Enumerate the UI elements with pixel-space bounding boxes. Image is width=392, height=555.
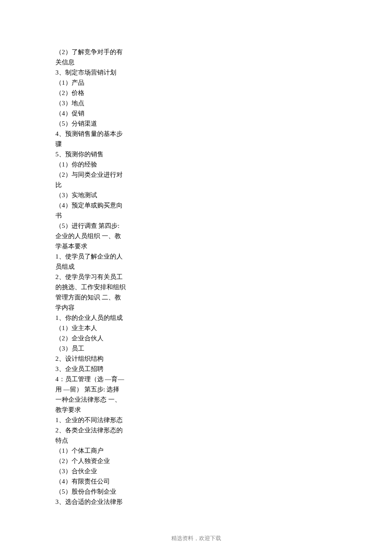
text-line: 3、选合适的企业法律形 <box>55 497 141 507</box>
text-line: （2）企业合伙人 <box>55 333 141 343</box>
text-line: 学基本要求 <box>55 241 141 251</box>
text-line: 4：员工管理（选 —育— <box>55 374 141 384</box>
document-page: （2）了解竞争对手的有关信息3、制定市场营销计划（1）产品（2）价格（3）地点（… <box>0 0 392 555</box>
text-line: （3）合伙企业 <box>55 466 141 476</box>
text-line: （4）促销 <box>55 108 141 118</box>
text-line: （4）预定单或购买意向 <box>55 200 141 210</box>
text-line: 1、使学员了解企业的人 <box>55 251 141 262</box>
text-line: 教学要求 <box>55 405 141 415</box>
text-line: （2）了解竞争对手的有 <box>55 47 141 57</box>
text-line: 企业的人员组织 一、教 <box>55 231 141 241</box>
text-line: （2）个人独资企业 <box>55 456 141 466</box>
text-line: 特点 <box>55 435 141 446</box>
text-line: 2、使学员学习有关员工 <box>55 272 141 282</box>
text-line: 一种企业法律形态 一、 <box>55 394 141 405</box>
document-content: （2）了解竞争对手的有关信息3、制定市场营销计划（1）产品（2）价格（3）地点（… <box>55 47 141 507</box>
text-line: 骤 <box>55 139 141 149</box>
text-line: （3）地点 <box>55 98 141 108</box>
text-line: （1）个体工商户 <box>55 446 141 456</box>
text-line: 3、企业员工招聘 <box>55 364 141 374</box>
text-line: 关信息 <box>55 57 141 67</box>
text-line: 的挑选、工作安排和组织 <box>55 282 141 292</box>
text-line: （5）股份合作制企业 <box>55 486 141 497</box>
text-line: 5、预测你的销售 <box>55 149 141 159</box>
text-line: （5）进行调查 第四步: <box>55 221 141 231</box>
text-line: 管理方面的知识 二、教 <box>55 292 141 302</box>
text-line: 书 <box>55 210 141 221</box>
text-line: 比 <box>55 180 141 190</box>
text-line: （2）价格 <box>55 88 141 98</box>
text-line: 3、制定市场营销计划 <box>55 67 141 78</box>
text-line: 4、预测销售量的基本步 <box>55 129 141 139</box>
text-line: 员组成 <box>55 262 141 272</box>
text-line: 用 —留） 第五步: 选择 <box>55 384 141 394</box>
text-line: 1、企业的不同法律形态 <box>55 415 141 425</box>
document-footer: 精选资料，欢迎下载 <box>0 535 392 542</box>
text-line: （4）有限责任公司 <box>55 476 141 486</box>
text-line: （3）实地测试 <box>55 190 141 200</box>
text-line: 2、设计组织结构 <box>55 354 141 364</box>
text-line: 2、各类企业法律形态的 <box>55 425 141 435</box>
text-line: 学内容 <box>55 302 141 313</box>
text-line: （1）产品 <box>55 78 141 88</box>
text-line: （1）业主本人 <box>55 323 141 333</box>
text-line: （3）员工 <box>55 343 141 354</box>
text-line: （5）分销渠道 <box>55 118 141 129</box>
text-line: 1、你的企业人员的组成 <box>55 313 141 323</box>
text-line: （2）与同类企业进行对 <box>55 170 141 180</box>
text-line: （1）你的经验 <box>55 159 141 170</box>
